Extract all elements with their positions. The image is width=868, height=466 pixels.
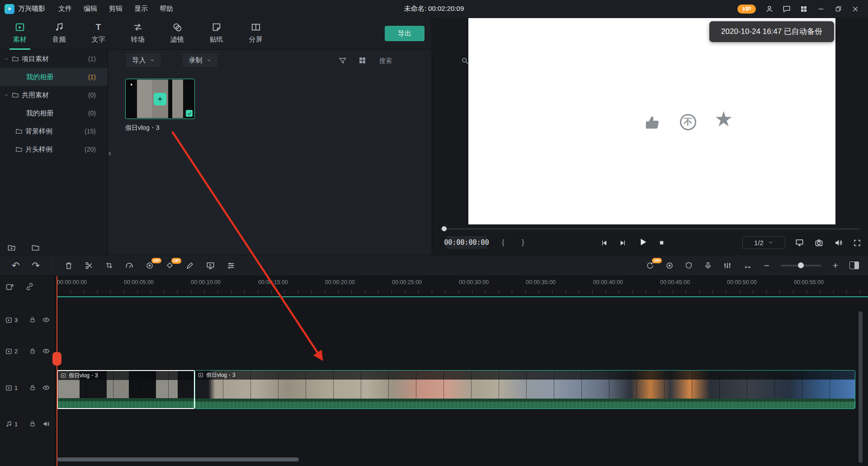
lock-icon[interactable] [29, 316, 36, 323]
tab-label: 文字 [92, 35, 105, 44]
text-icon: T [96, 22, 101, 32]
timeline-horizontal-scrollbar[interactable] [57, 457, 299, 461]
play-icon[interactable] [638, 237, 648, 247]
lock-icon[interactable] [29, 384, 36, 391]
annotate-pen-icon[interactable] [186, 262, 194, 270]
snapshot-camera-icon[interactable] [815, 238, 823, 247]
tab-sticker[interactable]: 贴纸 [197, 22, 236, 50]
tab-media[interactable]: 素材 [0, 22, 39, 50]
tab-audio[interactable]: 音频 [39, 22, 79, 50]
stop-icon[interactable] [658, 238, 665, 247]
new-folder-icon[interactable] [7, 243, 16, 252]
caret-down-icon [0, 56, 10, 62]
eye-icon[interactable] [42, 384, 50, 391]
undo-icon[interactable]: ↶ [12, 261, 20, 270]
import-button[interactable]: 导入 [126, 53, 161, 67]
playhead[interactable] [57, 276, 57, 466]
feedback-icon[interactable] [778, 2, 795, 16]
audio-mixer-icon[interactable] [723, 262, 731, 270]
clip-type-icon [198, 372, 203, 378]
tab-transition[interactable]: 转场 [118, 22, 157, 50]
playhead-grip[interactable] [52, 352, 61, 366]
transition-icon [133, 22, 143, 32]
timeline-toolbar: ↶ ↷ VIP VIP VIP ↔ − + [0, 255, 868, 276]
link-clips-icon[interactable] [25, 282, 34, 291]
silence-detect-icon[interactable] [665, 262, 674, 270]
tab-label: 音频 [52, 35, 66, 44]
zoom-in-icon[interactable]: + [833, 261, 838, 270]
crop-icon[interactable] [105, 262, 113, 269]
tab-text[interactable]: T文字 [79, 22, 118, 50]
speed-icon[interactable] [125, 262, 133, 270]
adjust-sliders-icon[interactable] [227, 262, 235, 270]
lock-icon[interactable] [29, 420, 36, 428]
library-sidebar: 项目素材 (1) 我的相册 (1) 共用素材 (0) 我的相册 (0) 背景样例… [0, 50, 108, 255]
tab-filter[interactable]: 滤镜 [157, 22, 197, 50]
menu-help[interactable]: 帮助 [154, 0, 179, 18]
add-media-track-icon[interactable] [5, 282, 14, 291]
vip-badge[interactable]: VIP [737, 5, 756, 14]
account-icon[interactable] [761, 2, 778, 16]
fit-timeline-icon[interactable]: ↔ [743, 261, 752, 270]
mark-in-icon[interactable]: { [502, 238, 505, 247]
layout-left-pane [850, 262, 854, 269]
speaker-icon[interactable] [834, 238, 843, 247]
preview-scrubber[interactable] [440, 228, 860, 229]
timeline-vertical-scrollbar[interactable] [859, 311, 863, 463]
split-scissors-icon[interactable] [85, 262, 93, 270]
motion-tracking-icon[interactable]: VIP [146, 262, 154, 270]
grid-view-icon[interactable] [359, 56, 366, 64]
close-button[interactable] [847, 2, 863, 16]
preview-layout-icon[interactable] [849, 262, 859, 269]
menu-edit[interactable]: 编辑 [78, 0, 103, 18]
scrubber-handle[interactable] [442, 226, 447, 231]
record-button[interactable]: 录制 [183, 53, 217, 67]
eye-icon[interactable] [42, 316, 50, 323]
marker-icon[interactable] [685, 262, 693, 269]
audio-sync-icon[interactable]: VIP [646, 262, 654, 270]
display-device-icon[interactable] [795, 238, 804, 247]
media-item[interactable] [125, 79, 195, 119]
clip-label: 假日vlog・3 [195, 371, 855, 380]
workspace-layout-icon[interactable] [796, 2, 812, 16]
maximize-button[interactable] [830, 2, 846, 16]
collapse-sidebar-icon[interactable]: ‹ [108, 148, 111, 158]
redo-icon[interactable]: ↷ [32, 261, 40, 270]
sidebar-item-my-album[interactable]: 我的相册 (1) [0, 68, 108, 86]
previous-frame-icon[interactable] [600, 238, 608, 247]
open-folder-icon[interactable] [31, 243, 40, 252]
sidebar-item-shared-album[interactable]: 我的相册 (0) [0, 104, 108, 122]
export-button[interactable]: 导出 [385, 26, 425, 41]
keyframe-icon[interactable]: VIP [166, 262, 174, 269]
sidebar-item-count: (1) [88, 55, 96, 62]
eye-icon[interactable] [42, 347, 50, 355]
coin-icon: 不 [680, 114, 696, 130]
timeline-clip-selected[interactable]: 假日vlog・3 [57, 370, 195, 409]
lock-icon[interactable] [29, 347, 36, 355]
search-input[interactable] [379, 57, 461, 64]
next-frame-icon[interactable] [619, 238, 627, 247]
render-preview-icon[interactable] [206, 261, 215, 270]
sidebar-item-project-media[interactable]: 项目素材 (1) [0, 50, 108, 68]
speaker-icon[interactable] [42, 420, 50, 428]
timeline-clip[interactable]: 假日vlog・3 [195, 370, 855, 409]
mark-out-icon[interactable]: } [522, 238, 524, 247]
sidebar-footer [0, 243, 40, 252]
voiceover-mic-icon[interactable] [704, 262, 712, 270]
zoom-slider-handle[interactable] [798, 262, 804, 268]
preview-quality-dropdown[interactable]: 1/2 [742, 236, 785, 249]
filter-icon[interactable] [339, 56, 347, 65]
add-to-timeline-icon[interactable] [154, 93, 166, 105]
menu-view[interactable]: 显示 [128, 0, 154, 18]
delete-icon[interactable] [65, 262, 73, 270]
zoom-slider[interactable] [781, 265, 821, 266]
menu-clip[interactable]: 剪辑 [103, 0, 128, 18]
fullscreen-icon[interactable] [853, 238, 861, 247]
sidebar-item-intro-samples[interactable]: 片头样例 (20) [0, 140, 108, 158]
zoom-out-icon[interactable]: − [764, 261, 769, 270]
sidebar-item-shared-media[interactable]: 共用素材 (0) [0, 86, 108, 104]
minimize-button[interactable] [813, 2, 829, 16]
sidebar-item-background-samples[interactable]: 背景样例 (15) [0, 122, 108, 140]
menu-file[interactable]: 文件 [52, 0, 78, 18]
tab-splitscreen[interactable]: 分屏 [236, 22, 275, 50]
